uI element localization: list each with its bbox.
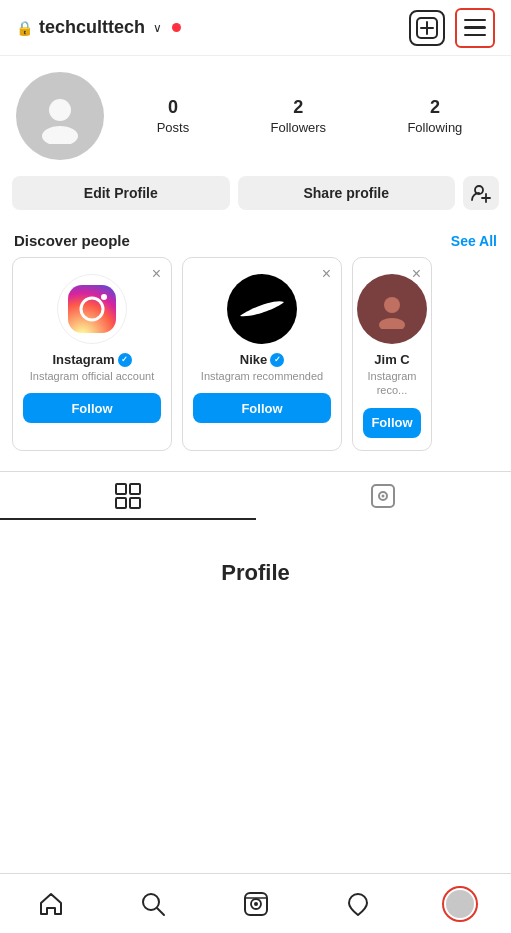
add-person-button[interactable]: [463, 176, 499, 210]
close-jim-card-button[interactable]: ×: [412, 266, 421, 282]
discover-card-instagram: × Instagram: [12, 257, 172, 451]
profile-tabs: [0, 471, 511, 520]
instagram-name: Instagram ✓: [52, 352, 131, 367]
followers-label: Followers: [270, 120, 326, 135]
svg-point-12: [384, 297, 400, 313]
nav-activity[interactable]: [307, 874, 409, 933]
following-stat[interactable]: 2 Following: [407, 97, 462, 135]
nav-profile[interactable]: [409, 874, 511, 933]
posts-label: Posts: [157, 120, 190, 135]
lock-icon: 🔒: [16, 20, 33, 36]
nike-avatar: [227, 274, 297, 344]
menu-line-1: [464, 19, 486, 22]
svg-point-3: [49, 99, 71, 121]
nav-search[interactable]: [102, 874, 204, 933]
avatar[interactable]: [16, 72, 104, 160]
header: 🔒 techculttech ∨: [0, 0, 511, 56]
nav-home[interactable]: [0, 874, 102, 933]
profile-section: 0 Posts 2 Followers 2 Following: [0, 56, 511, 172]
nav-reels[interactable]: [204, 874, 306, 933]
discover-scroll: × Instagram: [0, 257, 511, 467]
stats-row: 0 Posts 2 Followers 2 Following: [124, 97, 495, 135]
close-instagram-card-button[interactable]: ×: [152, 266, 161, 282]
profile-content-title: Profile: [16, 560, 495, 586]
header-right: [409, 8, 495, 48]
follow-nike-button[interactable]: Follow: [193, 393, 331, 423]
discover-title: Discover people: [14, 232, 130, 249]
jim-avatar: [357, 274, 427, 344]
new-post-button[interactable]: [409, 10, 445, 46]
svg-rect-17: [130, 498, 140, 508]
jim-name: Jim C: [374, 352, 409, 367]
menu-line-3: [464, 34, 486, 37]
follow-jim-button[interactable]: Follow: [363, 408, 421, 438]
share-profile-button[interactable]: Share profile: [238, 176, 456, 210]
instagram-avatar: [57, 274, 127, 344]
instagram-desc: Instagram official account: [30, 369, 155, 383]
tab-tagged[interactable]: [256, 472, 512, 520]
jim-desc: Instagram reco...: [363, 369, 421, 398]
svg-rect-15: [130, 484, 140, 494]
edit-profile-button[interactable]: Edit Profile: [12, 176, 230, 210]
nike-desc: Instagram recommended: [201, 369, 323, 383]
tab-grid[interactable]: [0, 472, 256, 520]
header-left: 🔒 techculttech ∨: [16, 17, 181, 38]
posts-count: 0: [168, 97, 178, 118]
discover-card-jim: × Jim C Instagram reco... Follow: [352, 257, 432, 451]
svg-point-25: [254, 902, 258, 906]
menu-line-2: [464, 26, 486, 29]
discover-card-nike: × Nike ✓ Instagram recommended Follow: [182, 257, 342, 451]
action-buttons: Edit Profile Share profile: [0, 172, 511, 222]
followers-stat[interactable]: 2 Followers: [270, 97, 326, 135]
svg-line-22: [157, 908, 164, 915]
svg-rect-16: [116, 498, 126, 508]
see-all-link[interactable]: See All: [451, 233, 497, 249]
svg-rect-14: [116, 484, 126, 494]
verified-badge-nike: ✓: [270, 353, 284, 367]
svg-point-13: [379, 318, 405, 329]
svg-point-11: [101, 294, 107, 300]
following-label: Following: [407, 120, 462, 135]
follow-instagram-button[interactable]: Follow: [23, 393, 161, 423]
svg-point-20: [382, 494, 385, 497]
posts-stat[interactable]: 0 Posts: [157, 97, 190, 135]
discover-header: Discover people See All: [0, 222, 511, 257]
menu-button[interactable]: [455, 8, 495, 48]
close-nike-card-button[interactable]: ×: [322, 266, 331, 282]
nav-profile-avatar: [446, 890, 474, 918]
nike-name: Nike ✓: [240, 352, 284, 367]
nav-profile-avatar-wrapper: [442, 886, 478, 922]
followers-count: 2: [293, 97, 303, 118]
svg-rect-8: [68, 285, 116, 333]
live-dot-indicator: [172, 23, 181, 32]
following-count: 2: [430, 97, 440, 118]
verified-badge-instagram: ✓: [118, 353, 132, 367]
bottom-nav: [0, 873, 511, 933]
dropdown-arrow-icon[interactable]: ∨: [153, 21, 162, 35]
svg-point-4: [42, 126, 78, 144]
profile-content-area: Profile: [0, 520, 511, 640]
username-label[interactable]: techculttech: [39, 17, 145, 38]
